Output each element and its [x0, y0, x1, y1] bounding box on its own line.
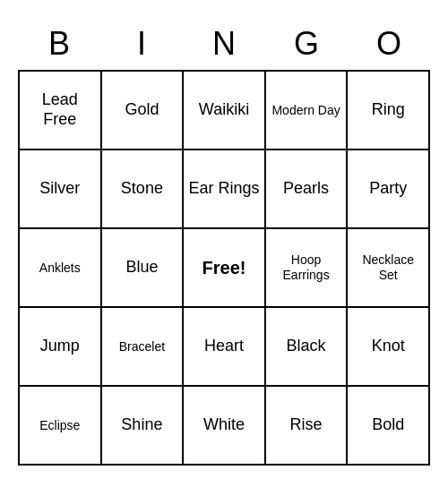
bingo-cell-11: Blue: [102, 229, 185, 308]
bingo-cell-6: Stone: [102, 150, 185, 229]
bingo-cell-3: Modern Day: [266, 72, 349, 150]
header-letter: I: [100, 21, 183, 66]
bingo-cell-8: Pearls: [266, 150, 349, 229]
bingo-cell-0: Lead Free: [20, 72, 102, 150]
bingo-cell-16: Bracelet: [102, 308, 185, 387]
bingo-cell-10: Anklets: [20, 229, 102, 308]
bingo-cell-19: Knot: [348, 308, 430, 387]
bingo-cell-23: Rise: [266, 387, 349, 466]
bingo-cell-1: Gold: [102, 72, 185, 150]
bingo-cell-22: White: [184, 387, 266, 466]
bingo-cell-5: Silver: [20, 150, 102, 229]
bingo-grid: Lead FreeGoldWaikikiModern DayRingSilver…: [18, 70, 430, 466]
bingo-card: BINGO Lead FreeGoldWaikikiModern DayRing…: [18, 21, 430, 466]
bingo-cell-13: Hoop Earrings: [266, 229, 349, 308]
bingo-cell-20: Eclipse: [20, 387, 102, 466]
header-letter: O: [348, 21, 430, 66]
bingo-cell-21: Shine: [102, 387, 185, 466]
bingo-cell-14: Necklace Set: [348, 229, 430, 308]
bingo-cell-9: Party: [348, 150, 430, 229]
bingo-header: BINGO: [18, 21, 430, 66]
bingo-cell-15: Jump: [20, 308, 102, 387]
bingo-cell-18: Black: [266, 308, 349, 387]
header-letter: G: [265, 21, 348, 66]
header-letter: N: [183, 21, 265, 66]
bingo-cell-17: Heart: [184, 308, 266, 387]
bingo-cell-12: Free!: [184, 229, 266, 308]
bingo-cell-7: Ear Rings: [184, 150, 266, 229]
header-letter: B: [18, 21, 100, 66]
bingo-cell-2: Waikiki: [184, 72, 266, 150]
bingo-cell-24: Bold: [348, 387, 430, 466]
bingo-cell-4: Ring: [348, 72, 430, 150]
